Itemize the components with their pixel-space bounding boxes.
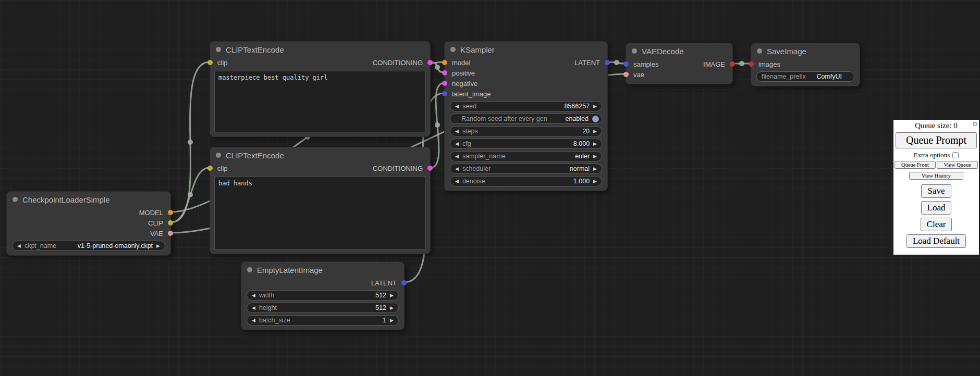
toggle-knob[interactable] (592, 116, 599, 122)
widget-value: 512 (375, 304, 386, 311)
input-label: latent_image (452, 90, 491, 98)
extra-options-checkbox[interactable] (952, 152, 959, 158)
samples-input-pin[interactable] (623, 61, 629, 67)
collapse-dot-icon[interactable] (757, 48, 762, 54)
ckpt-name-widget[interactable]: ◀ ckpt_name v1-5-pruned-emaonly.ckpt ▶ (12, 241, 165, 251)
images-input-pin[interactable] (749, 61, 754, 67)
batch-size-widget[interactable]: ◀ batch_size 1 ▶ (247, 315, 399, 325)
view-queue-button[interactable]: View Queue (937, 161, 978, 169)
vae-output-pin[interactable] (168, 231, 173, 236)
load-default-button[interactable]: Load Default (906, 234, 966, 248)
conditioning-output-pin[interactable] (427, 166, 433, 171)
node-empty-latent-image[interactable]: EmptyLatentImage LATENT ◀ width 512 ▶ ◀ … (241, 261, 405, 330)
positive-prompt-textarea[interactable]: masterpiece best quality girl (214, 71, 426, 132)
output-label: VAE (150, 230, 163, 237)
height-widget[interactable]: ◀ height 512 ▶ (247, 303, 399, 313)
seed-widget[interactable]: ◀ seed 8566257 ▶ (450, 101, 602, 111)
decrement-arrow-icon[interactable]: ◀ (17, 244, 21, 248)
conditioning-output-pin[interactable] (427, 60, 433, 65)
collapse-dot-icon[interactable] (13, 197, 18, 202)
negative-prompt-textarea[interactable]: bad hands (214, 177, 426, 249)
clear-button[interactable]: Clear (921, 218, 952, 231)
random-seed-toggle[interactable]: Random seed after every gen enabled (450, 114, 602, 124)
node-checkpoint-loader[interactable]: CheckpointLoaderSimple MODEL CLIP VAE ◀ … (6, 191, 171, 256)
node-vae-decode[interactable]: VAEDecode samples IMAGE vae (626, 43, 733, 84)
increment-arrow-icon[interactable]: ▶ (593, 154, 597, 159)
collapse-dot-icon[interactable] (632, 48, 637, 54)
filename-prefix-widget[interactable]: filename_prefix ComfyUI (756, 71, 854, 82)
model-output-pin[interactable] (168, 210, 173, 215)
collapse-dot-icon[interactable] (450, 47, 456, 52)
load-button[interactable]: Load (921, 201, 952, 215)
output-label: LATENT (574, 59, 600, 67)
steps-widget[interactable]: ◀ steps 20 ▶ (450, 126, 602, 136)
positive-input-pin[interactable] (442, 70, 447, 76)
widget-value: normal (570, 165, 590, 172)
latent-image-input-pin[interactable] (442, 91, 447, 96)
view-history-button[interactable]: View History (909, 172, 963, 180)
node-title-bar[interactable]: SaveImage (751, 43, 860, 59)
decrement-arrow-icon[interactable]: ◀ (455, 142, 459, 146)
decrement-arrow-icon[interactable]: ◀ (455, 104, 459, 109)
node-title-bar[interactable]: VAEDecode (626, 43, 732, 59)
clip-input-pin[interactable] (207, 60, 213, 65)
width-widget[interactable]: ◀ width 512 ▶ (247, 290, 399, 300)
increment-arrow-icon[interactable]: ▶ (156, 244, 160, 248)
node-save-image[interactable]: SaveImage images filename_prefix ComfyUI (751, 43, 860, 86)
latent-output-pin[interactable] (605, 60, 610, 65)
node-title-bar[interactable]: KSampler (445, 42, 607, 57)
increment-arrow-icon[interactable]: ▶ (593, 142, 597, 146)
collapse-dot-icon[interactable] (216, 47, 221, 52)
node-clip-text-encode-positive[interactable]: CLIPTextEncode clip CONDITIONING masterp… (210, 41, 431, 137)
cfg-widget[interactable]: ◀ cfg 8.000 ▶ (450, 139, 602, 149)
node-title-bar[interactable]: CheckpointLoaderSimple (7, 192, 170, 207)
output-row-vae: VAE (7, 228, 170, 239)
decrement-arrow-icon[interactable]: ◀ (455, 129, 459, 134)
save-button[interactable]: Save (921, 184, 951, 198)
increment-arrow-icon[interactable]: ▶ (593, 104, 597, 109)
node-title-bar[interactable]: CLIPTextEncode (210, 147, 430, 163)
decrement-arrow-icon[interactable]: ◀ (455, 154, 459, 159)
widget-value: 8.000 (573, 140, 590, 147)
node-clip-text-encode-negative[interactable]: CLIPTextEncode clip CONDITIONING bad han… (210, 147, 431, 254)
denoise-widget[interactable]: ◀ denoise 1.000 ▶ (450, 176, 602, 186)
node-title: SaveImage (767, 47, 806, 56)
queue-front-button[interactable]: Queue Front (895, 161, 936, 169)
node-title-bar[interactable]: EmptyLatentImage (241, 262, 404, 278)
queue-prompt-button[interactable]: Queue Prompt (896, 132, 977, 148)
collapse-dot-icon[interactable] (247, 267, 252, 272)
increment-arrow-icon[interactable]: ▶ (593, 167, 597, 171)
decrement-arrow-icon[interactable]: ◀ (455, 179, 459, 184)
increment-arrow-icon[interactable]: ▶ (593, 129, 597, 134)
decrement-arrow-icon[interactable]: ◀ (252, 306, 255, 310)
node-ksampler[interactable]: KSampler model LATENT positive negative … (444, 41, 608, 191)
widget-value: 20 (582, 128, 590, 135)
scheduler-widget[interactable]: ◀ scheduler normal ▶ (450, 164, 602, 174)
sampler-name-widget[interactable]: ◀ sampler_name euler ▶ (450, 151, 602, 161)
vae-input-pin[interactable] (623, 72, 629, 77)
input-label: negative (452, 80, 477, 87)
widget-label: height (259, 304, 277, 311)
input-label: model (452, 59, 470, 67)
increment-arrow-icon[interactable]: ▶ (390, 293, 394, 298)
slot-row: samples IMAGE (626, 59, 732, 69)
output-label: MODEL (139, 209, 163, 217)
image-output-pin[interactable] (730, 61, 735, 67)
settings-gear-icon[interactable]: ⚙ (972, 120, 978, 129)
decrement-arrow-icon[interactable]: ◀ (252, 293, 255, 298)
widget-label: scheduler (462, 165, 491, 172)
decrement-arrow-icon[interactable]: ◀ (455, 167, 459, 171)
increment-arrow-icon[interactable]: ▶ (390, 318, 394, 323)
increment-arrow-icon[interactable]: ▶ (390, 306, 394, 310)
increment-arrow-icon[interactable]: ▶ (593, 179, 597, 184)
node-title-bar[interactable]: CLIPTextEncode (210, 42, 430, 57)
latent-output-pin[interactable] (401, 280, 407, 285)
collapse-dot-icon[interactable] (216, 153, 221, 158)
clip-input-pin[interactable] (207, 166, 213, 171)
clip-output-pin[interactable] (168, 220, 173, 225)
output-label: LATENT (371, 279, 397, 287)
negative-input-pin[interactable] (442, 81, 447, 86)
decrement-arrow-icon[interactable]: ◀ (252, 318, 255, 323)
widget-value: ComfyUI (816, 73, 849, 80)
model-input-pin[interactable] (442, 60, 447, 65)
